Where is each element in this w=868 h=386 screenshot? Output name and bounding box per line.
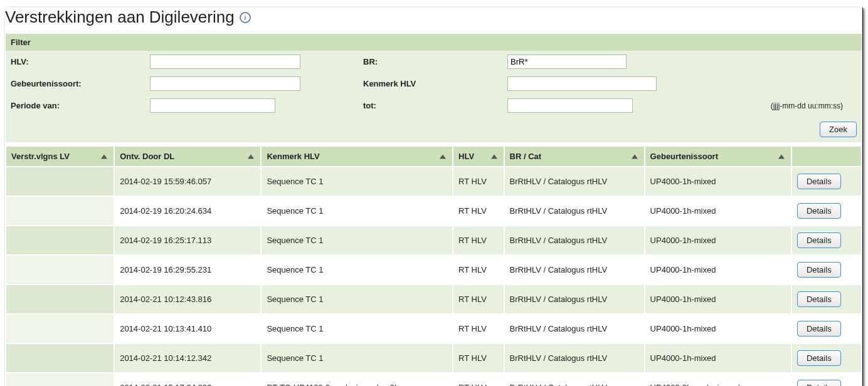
cell-brcat: BrRtHLV / Catalogus rtHLV (504, 373, 645, 386)
col-header-geb-label: Gebeurtenissoort (650, 152, 718, 161)
cell-ontv: 2014-02-21 10:14:12.342 (114, 343, 261, 373)
page-title-text: Verstrekkingen aan Digilevering (5, 8, 235, 27)
details-button[interactable]: Details (797, 321, 841, 336)
col-header-kenmerk-label: Kenmerk HLV (267, 152, 319, 161)
sort-asc-icon (778, 154, 785, 159)
hlv-input[interactable] (150, 55, 300, 69)
cell-geb: UP4000-1h-mixed (645, 226, 791, 255)
cell-hlv: RT HLV (453, 314, 504, 343)
cell-kenmerk: RT-TC-UP4100-9-exclusion-rules-9b (261, 373, 453, 386)
kenmerk-input[interactable] (507, 76, 657, 91)
cell-verstr (6, 226, 114, 255)
info-icon[interactable]: i (240, 12, 251, 23)
cell-geb: UP4000-1h-mixed (645, 255, 791, 284)
cell-actions: Details (791, 196, 862, 226)
col-header-hlv[interactable]: HLV (453, 146, 504, 167)
table-row: 2014-02-21 10:14:12.342Sequence TC 1RT H… (6, 343, 862, 373)
cell-hlv: RT HLV (453, 226, 504, 255)
details-button[interactable]: Details (797, 232, 841, 248)
cell-verstr (6, 196, 114, 226)
cell-actions: Details (791, 167, 862, 196)
filter-panel: Filter HLV: BR: Gebeurtenissoort: Kenmer… (5, 33, 862, 143)
cell-hlv: RT HLV (453, 167, 504, 196)
cell-geb: UP4000-1h-mixed (645, 167, 791, 196)
cell-hlv: RT HLV (453, 284, 504, 314)
br-label: BR: (363, 57, 507, 66)
details-button[interactable]: Details (797, 291, 841, 307)
cell-ontv: 2014-02-19 16:25:17.113 (114, 226, 261, 255)
sort-asc-icon (101, 154, 107, 159)
cell-brcat: BrRtHLV / Catalogus rtHLV (504, 196, 645, 226)
periode-van-label: Periode van: (6, 101, 150, 110)
cell-actions: Details (791, 226, 862, 255)
hlv-label: HLV: (6, 57, 150, 66)
cell-brcat: BrRtHLV / Catalogus rtHLV (504, 167, 645, 196)
periode-tot-label: tot: (363, 101, 507, 110)
filter-header: Filter (6, 34, 862, 51)
col-header-kenmerk[interactable]: Kenmerk HLV (261, 146, 453, 167)
cell-kenmerk: Sequence TC 1 (261, 343, 453, 373)
cell-verstr (6, 284, 114, 314)
table-row: 2014-02-21 10:13:41.410Sequence TC 1RT H… (6, 314, 862, 343)
cell-actions: Details (791, 284, 862, 314)
cell-hlv: RT HLV (453, 196, 504, 226)
col-header-verstr[interactable]: Verstr.vlgns LV (6, 146, 114, 167)
cell-kenmerk: Sequence TC 1 (261, 226, 453, 255)
details-button[interactable]: Details (797, 174, 841, 189)
cell-actions: Details (791, 314, 862, 343)
cell-kenmerk: Sequence TC 1 (261, 314, 453, 343)
sort-asc-icon (632, 154, 638, 159)
cell-actions: Details (791, 373, 862, 386)
cell-geb: UP4000-9b-exclusion-rules (645, 373, 791, 386)
cell-verstr (6, 314, 114, 343)
col-header-geb[interactable]: Gebeurtenissoort (645, 146, 791, 167)
details-button[interactable]: Details (797, 380, 841, 386)
cell-brcat: BrRtHLV / Catalogus rtHLV (504, 226, 645, 255)
cell-ontv: 2014-02-21 10:12:43.816 (114, 284, 261, 314)
sort-asc-icon (248, 154, 254, 159)
cell-ontv: 2014-02-19 16:20:24.634 (114, 196, 261, 226)
page-title: Verstrekkingen aan Digilevering i (5, 8, 862, 27)
details-button[interactable]: Details (797, 203, 841, 219)
cell-brcat: BrRtHLV / Catalogus rtHLV (504, 284, 645, 314)
periode-hint: (jjjj-mm-dd uu:mm:ss) (670, 102, 862, 110)
br-input[interactable] (507, 55, 627, 69)
col-header-details (791, 146, 862, 167)
col-header-brcat[interactable]: BR / Cat (504, 146, 645, 167)
cell-verstr (6, 167, 114, 196)
kenmerk-label: Kenmerk HLV (363, 79, 507, 88)
cell-brcat: BrRtHLV / Catalogus rtHLV (504, 343, 645, 373)
sort-asc-icon (491, 154, 497, 159)
table-row: 2014-02-19 16:25:17.113Sequence TC 1RT H… (6, 226, 862, 255)
table-row: 2014-02-21 15:17:34.833RT-TC-UP4100-9-ex… (6, 373, 862, 386)
col-header-ontv-label: Ontv. Door DL (120, 152, 174, 161)
table-row: 2014-02-21 10:12:43.816Sequence TC 1RT H… (6, 284, 862, 314)
col-header-ontv[interactable]: Ontv. Door DL (114, 146, 261, 167)
cell-actions: Details (791, 255, 862, 284)
col-header-verstr-label: Verstr.vlgns LV (11, 152, 70, 161)
periode-van-input[interactable] (150, 98, 275, 113)
zoek-button[interactable]: Zoek (820, 122, 857, 137)
cell-brcat: BrRtHLV / Catalogus rtHLV (504, 255, 645, 284)
cell-kenmerk: Sequence TC 1 (261, 284, 453, 314)
cell-verstr (6, 343, 114, 373)
periode-tot-input[interactable] (507, 98, 633, 113)
table-row: 2014-02-19 16:20:24.634Sequence TC 1RT H… (6, 196, 862, 226)
cell-verstr (6, 255, 114, 284)
details-button[interactable]: Details (797, 350, 841, 366)
cell-ontv: 2014-02-21 10:13:41.410 (114, 314, 261, 343)
cell-verstr (6, 373, 114, 386)
cell-geb: UP4000-1h-mixed (645, 314, 791, 343)
cell-hlv: RT HLV (453, 255, 504, 284)
sort-asc-icon (440, 154, 446, 159)
col-header-hlv-label: HLV (458, 152, 474, 161)
cell-hlv: RT HLV (453, 373, 504, 386)
cell-actions: Details (791, 343, 862, 373)
table-row: 2014-02-19 16:29:55.231Sequence TC 1RT H… (6, 255, 862, 284)
results-table: Verstr.vlgns LV Ontv. Door DL Kenmerk HL… (5, 145, 862, 386)
gebeurtenissoort-input[interactable] (150, 76, 300, 91)
cell-ontv: 2014-02-21 15:17:34.833 (114, 373, 261, 386)
cell-kenmerk: Sequence TC 1 (261, 167, 453, 196)
cell-ontv: 2014-02-19 15:59:46.057 (114, 167, 261, 196)
details-button[interactable]: Details (797, 262, 841, 278)
